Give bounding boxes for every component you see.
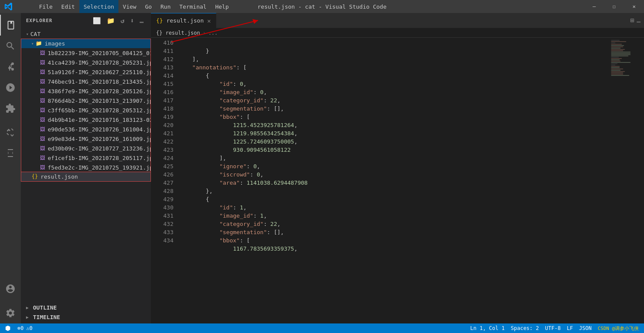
tab-close-button[interactable]: ✕	[207, 18, 211, 24]
file-label: e90de536-IMG_20210726_161004.jpg	[48, 126, 151, 133]
tree-root-cat[interactable]: ▾ CAT	[21, 29, 151, 39]
line-num: 423	[158, 146, 173, 154]
minimize-button[interactable]: ―	[584, 0, 604, 13]
line-num: 412	[158, 55, 173, 63]
activity-testing[interactable]	[0, 143, 21, 164]
tree-file-img1[interactable]: 🖼 1b822239-IMG_20210705_084125_01.jpg	[21, 48, 151, 58]
refresh-button[interactable]: ↺	[119, 16, 127, 26]
code-line-433: "bbox": [	[179, 237, 250, 244]
spaces-status[interactable]: Spaces: 2	[508, 323, 542, 333]
timeline-section[interactable]: ▶ TIMELINE	[21, 312, 151, 322]
breadcrumb-separator: ›	[203, 30, 206, 36]
line-num: 422	[158, 137, 173, 146]
split-editor-icon[interactable]: ⊞	[630, 16, 634, 24]
activity-extensions[interactable]	[0, 98, 21, 119]
breadcrumb-location[interactable]: ...	[208, 30, 218, 36]
activity-source-control[interactable]	[0, 56, 21, 77]
tree-file-img11[interactable]: 🖼 ed30b09c-IMG_20210727_213236.jpg	[21, 144, 151, 153]
tree-file-img3[interactable]: 🖼 51a9126f-IMG_20210627_225110.jpg	[21, 67, 151, 77]
image-file-icon: 🖼	[40, 126, 45, 132]
outline-arrow-icon: ▶	[26, 305, 29, 310]
code-line-411: ],	[179, 56, 199, 62]
sidebar: EXPLORER ⬜ 📁 ↺ ⬇ … ▾ CAT ▾	[21, 13, 151, 323]
line-num: 421	[158, 129, 173, 137]
menu-run[interactable]: Run	[156, 0, 175, 13]
tree-file-img8[interactable]: 🖼 d4b9b41e-IMG_20210716_183123-02.jpeg	[21, 115, 151, 124]
tree-file-img2[interactable]: 🖼 41ca4239-IMG_20210728_205231.jpg	[21, 58, 151, 67]
position-status[interactable]: Ln 1, Col 1	[467, 323, 507, 333]
line-num: 418	[158, 104, 173, 113]
code-line-414: "id": 0,	[179, 81, 247, 87]
activity-search[interactable]	[0, 36, 21, 56]
image-file-icon: 🖼	[40, 107, 45, 113]
image-file-icon: 🖼	[40, 59, 45, 65]
menu-help[interactable]: Help	[211, 0, 233, 13]
code-line-418: "bbox": [	[179, 114, 250, 120]
watermark-text: CSDN @调参小飞侠	[598, 325, 639, 332]
tree-file-img12[interactable]: 🖼 ef1cef1b-IMG_20210728_205117.jpg	[21, 153, 151, 163]
code-line-417: "segmentation": [],	[179, 105, 284, 112]
language-label: JSON	[579, 325, 592, 331]
tree-file-img9[interactable]: 🖼 e90de536-IMG_20210726_161004.jpg	[21, 124, 151, 134]
activity-settings[interactable]	[0, 303, 21, 323]
tree-file-img13[interactable]: 🖼 f5ed3e2c-IMG_20210725_193921.jpg	[21, 163, 151, 172]
tree-file-img4[interactable]: 🖼 746bec91-IMG_20210718_213435.jpg	[21, 77, 151, 86]
breadcrumb: {} result.json › ...	[151, 28, 644, 38]
tree-file-img5[interactable]: 🖼 4386f7e9-IMG_20210728_205126.jpg	[21, 86, 151, 96]
line-num: 430	[158, 203, 173, 212]
line-ending-status[interactable]: LF	[564, 323, 575, 333]
tab-label: result.json	[167, 17, 204, 24]
code-line-413: {	[179, 72, 209, 79]
tree-file-img10[interactable]: 🖼 e99e83d4-IMG_20210726_161009.jpg	[21, 134, 151, 144]
file-label: 746bec91-IMG_20210718_213435.jpg	[48, 78, 151, 85]
tree-file-img6[interactable]: 🖼 8766d4b2-IMG_20210713_213907.jpg	[21, 96, 151, 105]
close-button[interactable]: ✕	[624, 0, 644, 13]
arrow-icon: ▾	[26, 32, 29, 36]
code-content[interactable]: } ], "annotations": [ { "id": 0, "image_…	[177, 38, 609, 323]
menu-go[interactable]: Go	[141, 0, 156, 13]
sidebar-content: ▾ CAT ▾ 📁 images 🖼 1b822239-IMG_20210705…	[21, 28, 151, 301]
menu-terminal[interactable]: Terminal	[175, 0, 211, 13]
image-file-icon: 🖼	[40, 155, 45, 161]
outline-section[interactable]: ▶ OUTLINE	[21, 303, 151, 312]
more-button[interactable]: …	[138, 16, 146, 26]
maximize-button[interactable]: ☐	[604, 0, 624, 13]
line-num: 411	[158, 47, 173, 55]
line-num: 429	[158, 195, 173, 203]
line-num: 433	[158, 228, 173, 236]
activity-explorer[interactable]	[0, 15, 21, 36]
code-line-430: "image_id": 1,	[179, 212, 267, 219]
new-folder-button[interactable]: 📁	[105, 16, 117, 26]
activity-run-debug[interactable]	[0, 77, 21, 98]
tree-folder-images[interactable]: ▾ 📁 images	[21, 39, 151, 48]
file-label: ef1cef1b-IMG_20210728_205117.jpg	[48, 155, 151, 161]
remote-status[interactable]	[3, 323, 14, 333]
menu-file[interactable]: File	[35, 0, 57, 13]
new-file-button[interactable]: ⬜	[91, 16, 103, 26]
tree-file-img7[interactable]: 🖼 c3ff65bb-IMG_20210728_205312.jpg	[21, 105, 151, 115]
collapse-button[interactable]: ⬇	[128, 16, 136, 26]
line-num: 434	[158, 236, 173, 245]
menu-selection[interactable]: Selection	[79, 0, 118, 13]
line-num: 413	[158, 63, 173, 72]
folder-icon: 📁	[36, 40, 42, 46]
file-label: 8766d4b2-IMG_20210713_213907.jpg	[48, 98, 151, 104]
activity-account[interactable]	[0, 278, 21, 299]
menu-view[interactable]: View	[118, 0, 141, 13]
line-num: 415	[158, 80, 173, 88]
breadcrumb-file[interactable]: {} result.json	[156, 30, 200, 36]
title-bar: File Edit Selection View Go Run Terminal…	[0, 0, 644, 13]
minimap	[609, 38, 644, 323]
tree-file-result-json[interactable]: {} result.json	[21, 172, 150, 181]
tab-result-json[interactable]: {} result.json ✕	[151, 13, 216, 28]
error-status[interactable]: ⊗ 0 ⚠ 0	[15, 323, 35, 333]
warning-count: 0	[29, 325, 33, 331]
vscode-logo	[0, 0, 17, 13]
encoding-status[interactable]: UTF-8	[543, 323, 563, 333]
language-status[interactable]: JSON	[576, 323, 594, 333]
activity-remote[interactable]	[0, 122, 21, 143]
outline-label: OUTLINE	[33, 304, 57, 311]
more-tabs-icon[interactable]: …	[637, 16, 641, 24]
menu-edit[interactable]: Edit	[57, 0, 79, 13]
folder-arrow-icon: ▾	[31, 41, 34, 46]
